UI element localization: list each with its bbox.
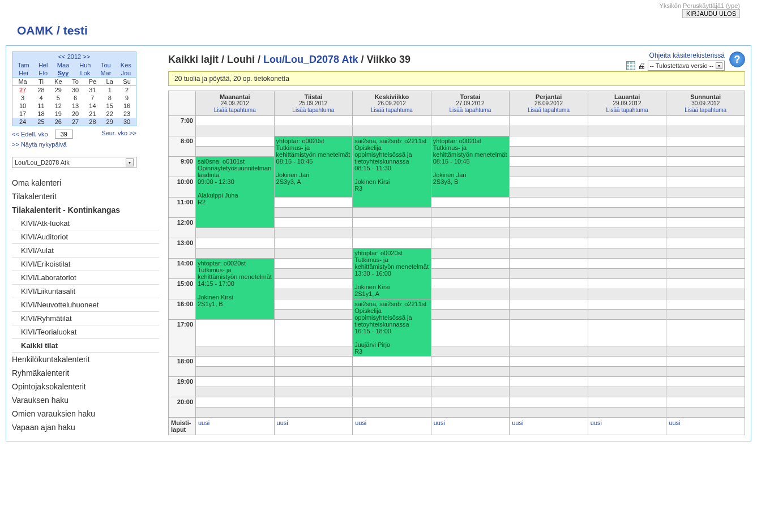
room-select-combo[interactable]: Lou/Lou_D2078 Atk ▾ — [12, 157, 136, 168]
calendar-event[interactable]: sai2sna, sai2snb: o2211st Opiskelija opp… — [353, 299, 431, 357]
calendar-day[interactable]: 8 — [101, 94, 118, 102]
empty-slot[interactable] — [588, 187, 666, 198]
empty-slot[interactable] — [274, 218, 353, 228]
empty-slot[interactable] — [510, 238, 588, 248]
add-event-link[interactable]: Lisää tapahtuma — [214, 107, 256, 113]
sidebar-item[interactable]: KIVI/Liikuntasalit — [12, 285, 159, 298]
empty-slot[interactable] — [510, 167, 588, 177]
empty-slot[interactable] — [510, 407, 588, 418]
empty-slot[interactable] — [431, 116, 510, 126]
empty-slot[interactable] — [353, 367, 431, 377]
sidebar-item[interactable]: Henkilökuntakalenterit — [12, 353, 159, 366]
month-link[interactable]: Lok — [80, 70, 90, 76]
empty-slot[interactable] — [666, 269, 745, 279]
empty-slot[interactable] — [274, 357, 353, 367]
month-link[interactable]: Hei — [19, 70, 28, 76]
add-event-link[interactable]: Lisää tapahtuma — [449, 107, 491, 113]
empty-slot[interactable] — [431, 357, 510, 367]
calendar-day[interactable]: 27 — [67, 118, 84, 126]
empty-slot[interactable] — [274, 387, 353, 397]
empty-slot[interactable] — [431, 269, 510, 279]
empty-slot[interactable] — [431, 289, 510, 299]
sidebar-item[interactable]: KIVI/Ryhmätilat — [12, 312, 159, 325]
empty-slot[interactable] — [666, 346, 745, 357]
sidebar-item[interactable]: Oma kalenteri — [12, 176, 159, 190]
empty-slot[interactable] — [431, 397, 510, 407]
empty-slot[interactable] — [666, 187, 745, 198]
empty-slot[interactable] — [510, 279, 588, 289]
calendar-day[interactable]: 2 — [118, 86, 136, 95]
empty-slot[interactable] — [196, 136, 275, 147]
new-memo-link[interactable]: uusi — [434, 419, 445, 426]
empty-slot[interactable] — [353, 218, 431, 228]
calendar-day[interactable]: 1 — [101, 86, 118, 95]
calendar-day[interactable]: 14 — [84, 102, 102, 110]
empty-slot[interactable] — [510, 218, 588, 228]
empty-slot[interactable] — [196, 357, 275, 367]
sidebar-item[interactable]: KIVI/Atk-luokat — [12, 217, 159, 230]
sidebar-item[interactable]: Tilakalenterit - Kontinkangas — [12, 203, 159, 217]
month-link[interactable]: Huh — [79, 62, 91, 68]
empty-slot[interactable] — [588, 269, 666, 279]
calendar-day[interactable]: 27 — [12, 86, 33, 95]
add-event-link[interactable]: Lisää tapahtuma — [606, 107, 648, 113]
calendar-day[interactable]: 21 — [84, 110, 102, 118]
show-today-link[interactable]: >> Näytä nykypäivä — [12, 141, 136, 148]
empty-slot[interactable] — [510, 208, 588, 218]
empty-slot[interactable] — [666, 147, 745, 157]
empty-slot[interactable] — [666, 198, 745, 208]
empty-slot[interactable] — [510, 116, 588, 126]
empty-slot[interactable] — [431, 248, 510, 259]
empty-slot[interactable] — [588, 357, 666, 367]
calendar-day[interactable]: 31 — [84, 86, 102, 95]
empty-slot[interactable] — [196, 126, 275, 136]
empty-slot[interactable] — [666, 259, 745, 269]
empty-slot[interactable] — [274, 320, 353, 346]
sidebar-item[interactable]: Ryhmäkalenterit — [12, 366, 159, 380]
calendar-event[interactable]: sai2sna, sai2snb: o2211st Opiskelija opp… — [353, 136, 431, 208]
empty-slot[interactable] — [588, 299, 666, 310]
print-version-select[interactable]: -- Tulostettava versio -- ▾ — [648, 61, 725, 71]
calendar-day[interactable]: 9 — [118, 94, 136, 102]
empty-slot[interactable] — [274, 289, 353, 299]
empty-slot[interactable] — [666, 299, 745, 310]
empty-slot[interactable] — [274, 299, 353, 310]
empty-slot[interactable] — [431, 367, 510, 377]
empty-slot[interactable] — [588, 177, 666, 187]
empty-slot[interactable] — [353, 387, 431, 397]
empty-slot[interactable] — [588, 346, 666, 357]
calendar-day[interactable]: 18 — [33, 110, 49, 118]
empty-slot[interactable] — [666, 218, 745, 228]
empty-slot[interactable] — [666, 157, 745, 167]
empty-slot[interactable] — [510, 320, 588, 346]
add-event-link[interactable]: Lisää tapahtuma — [371, 107, 413, 113]
month-link[interactable]: Maa — [57, 62, 69, 68]
calendar-day[interactable]: 24 — [12, 118, 33, 126]
add-event-link[interactable]: Lisää tapahtuma — [685, 107, 726, 113]
calendar-day[interactable]: 5 — [49, 94, 67, 102]
empty-slot[interactable] — [510, 248, 588, 259]
empty-slot[interactable] — [196, 320, 275, 346]
empty-slot[interactable] — [588, 198, 666, 208]
empty-slot[interactable] — [431, 218, 510, 228]
empty-slot[interactable] — [588, 147, 666, 157]
sidebar-item[interactable]: KIVI/Aulat — [12, 244, 159, 258]
empty-slot[interactable] — [431, 310, 510, 320]
empty-slot[interactable] — [353, 357, 431, 367]
sidebar-item[interactable]: Varauksen haku — [12, 393, 159, 407]
calendar-day[interactable]: 22 — [101, 110, 118, 118]
calendar-day[interactable]: 11 — [33, 102, 49, 110]
empty-slot[interactable] — [510, 387, 588, 397]
new-memo-link[interactable]: uusi — [591, 419, 602, 426]
add-event-link[interactable]: Lisää tapahtuma — [528, 107, 570, 113]
empty-slot[interactable] — [666, 126, 745, 136]
calendar-day[interactable]: 16 — [118, 102, 136, 110]
calendar-day[interactable]: 28 — [84, 118, 102, 126]
empty-slot[interactable] — [431, 407, 510, 418]
year-prev-link[interactable]: << — [58, 53, 66, 60]
empty-slot[interactable] — [274, 248, 353, 259]
empty-slot[interactable] — [353, 126, 431, 136]
empty-slot[interactable] — [666, 248, 745, 259]
empty-slot[interactable] — [431, 208, 510, 218]
empty-slot[interactable] — [588, 377, 666, 387]
